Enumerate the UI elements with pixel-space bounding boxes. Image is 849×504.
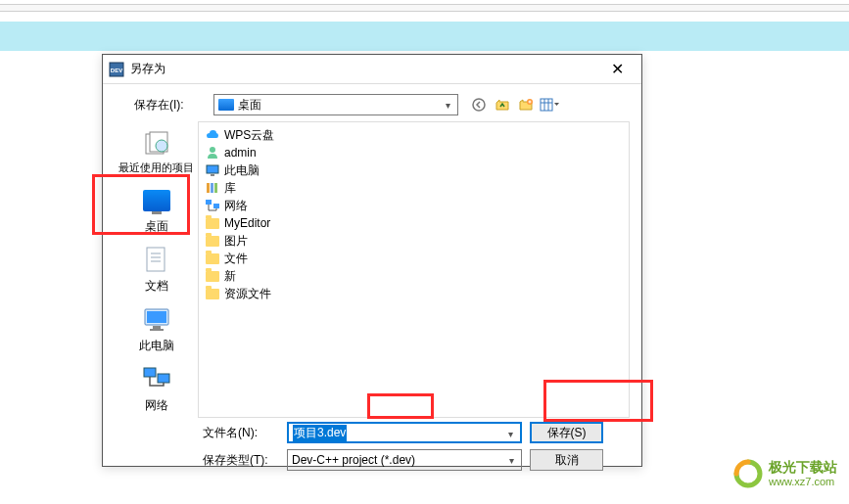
save-in-value: 桌面 — [238, 97, 261, 114]
filename-label: 文件名(N): — [203, 425, 279, 441]
library-icon — [205, 180, 220, 196]
watermark-url: www.xz7.com — [769, 476, 837, 487]
list-item-label: 文件 — [224, 251, 248, 267]
save-in-dropdown[interactable]: 桌面 ▾ — [213, 94, 458, 115]
folder-icon — [205, 286, 220, 301]
list-item[interactable]: 库 — [203, 179, 625, 197]
list-item[interactable]: 图片 — [203, 232, 625, 250]
sidebar-item-label: 网络 — [145, 397, 168, 414]
list-item[interactable]: 资源文件 — [203, 285, 625, 302]
list-item[interactable]: admin — [203, 144, 625, 161]
folder-icon — [205, 268, 220, 284]
chevron-down-icon: ▾ — [503, 452, 519, 468]
watermark-logo-icon — [733, 459, 763, 488]
list-item[interactable]: 文件 — [203, 250, 625, 267]
save-button-label: 保存(S) — [547, 425, 587, 441]
cyan-background-strip — [0, 22, 849, 51]
chevron-down-icon: ▾ — [440, 97, 455, 113]
recent-icon — [141, 127, 172, 159]
filename-value: 项目3.dev — [293, 425, 347, 441]
user-icon — [205, 145, 220, 160]
filename-input[interactable]: 项目3.dev ▾ — [287, 422, 522, 443]
top-divider — [0, 4, 849, 12]
svg-point-10 — [156, 140, 167, 152]
save-in-row: 保存在(I): 桌面 ▾ — [115, 94, 630, 115]
list-item-label: WPS云盘 — [224, 127, 274, 144]
svg-rect-18 — [150, 329, 164, 331]
dialog-title: 另存为 — [130, 61, 598, 77]
list-item[interactable]: 网络 — [203, 197, 625, 214]
filetype-value: Dev-C++ project (*.dev) — [292, 453, 415, 467]
svg-text:DEV: DEV — [111, 68, 122, 73]
svg-point-2 — [473, 99, 485, 111]
filetype-label: 保存类型(T): — [203, 452, 279, 469]
this-pc-icon — [141, 304, 172, 336]
svg-rect-17 — [153, 326, 161, 329]
svg-rect-28 — [213, 204, 219, 208]
list-item[interactable]: WPS云盘 — [203, 126, 625, 144]
close-button[interactable]: ✕ — [598, 56, 636, 83]
list-item[interactable]: 新 — [203, 267, 625, 285]
cloud-icon — [205, 127, 220, 143]
desktop-mini-icon — [218, 99, 234, 111]
sidebar-item-label: 文档 — [145, 278, 168, 295]
file-list[interactable]: WPS云盘 admin 此电脑 库 网络 — [198, 121, 630, 418]
chevron-down-icon: ▾ — [502, 426, 518, 441]
watermark-text: 极光下载站 www.xz7.com — [769, 460, 837, 486]
sidebar-item-label: 桌面 — [145, 218, 168, 235]
svg-rect-16 — [147, 311, 166, 323]
desktop-icon — [141, 185, 172, 216]
list-item-label: 网络 — [224, 198, 248, 214]
svg-point-21 — [210, 147, 215, 153]
list-item-label: 新 — [224, 268, 236, 285]
svg-rect-20 — [158, 374, 169, 383]
up-button[interactable] — [492, 94, 513, 115]
list-item-label: MyEditor — [224, 216, 270, 230]
app-icon: DEV — [109, 62, 124, 77]
svg-rect-11 — [147, 248, 165, 271]
sidebar-item-documents[interactable]: 文档 — [118, 241, 196, 298]
save-in-label: 保存在(I): — [134, 97, 208, 114]
sidebar-item-network[interactable]: 网络 — [118, 360, 196, 418]
nav-buttons — [468, 94, 560, 115]
filetype-dropdown[interactable]: Dev-C++ project (*.dev) ▾ — [287, 449, 522, 471]
pc-icon — [205, 162, 220, 178]
svg-rect-19 — [144, 368, 156, 377]
view-menu-button[interactable] — [539, 94, 560, 115]
svg-rect-24 — [207, 183, 210, 193]
main-area: 最近使用的项目 桌面 文档 — [115, 121, 630, 418]
svg-rect-23 — [211, 174, 214, 176]
cancel-button[interactable]: 取消 — [530, 449, 603, 471]
watermark-title: 极光下载站 — [769, 460, 837, 475]
save-as-dialog: DEV 另存为 ✕ 保存在(I): 桌面 ▾ — [102, 54, 642, 467]
places-sidebar: 最近使用的项目 桌面 文档 — [115, 121, 198, 418]
network-icon — [141, 364, 172, 395]
folder-icon — [205, 251, 220, 266]
new-folder-button[interactable] — [515, 94, 537, 115]
save-button[interactable]: 保存(S) — [530, 422, 603, 443]
svg-rect-25 — [211, 183, 213, 193]
dialog-body: 保存在(I): 桌面 ▾ — [103, 84, 641, 466]
sidebar-item-this-pc[interactable]: 此电脑 — [118, 300, 196, 358]
list-item-label: 资源文件 — [224, 286, 271, 302]
filename-row: 文件名(N): 项目3.dev ▾ 保存(S) — [203, 422, 630, 443]
list-item[interactable]: MyEditor — [203, 214, 625, 232]
list-item-label: 图片 — [224, 233, 248, 250]
watermark: 极光下载站 www.xz7.com — [733, 459, 837, 488]
back-button[interactable] — [468, 94, 490, 115]
sidebar-item-label: 此电脑 — [139, 338, 174, 354]
cancel-button-label: 取消 — [555, 452, 579, 469]
documents-icon — [141, 245, 172, 276]
svg-rect-22 — [207, 165, 218, 173]
list-item-label: 库 — [224, 180, 236, 197]
list-item[interactable]: 此电脑 — [203, 161, 625, 179]
sidebar-item-recent[interactable]: 最近使用的项目 — [118, 123, 196, 179]
list-item-label: 此电脑 — [224, 162, 259, 179]
svg-rect-26 — [214, 183, 217, 193]
sidebar-item-desktop[interactable]: 桌面 — [118, 181, 196, 239]
filetype-row: 保存类型(T): Dev-C++ project (*.dev) ▾ 取消 — [203, 449, 630, 471]
svg-rect-4 — [541, 99, 552, 111]
list-item-label: admin — [224, 146, 257, 160]
folder-icon — [205, 215, 220, 231]
folder-icon — [205, 233, 220, 249]
